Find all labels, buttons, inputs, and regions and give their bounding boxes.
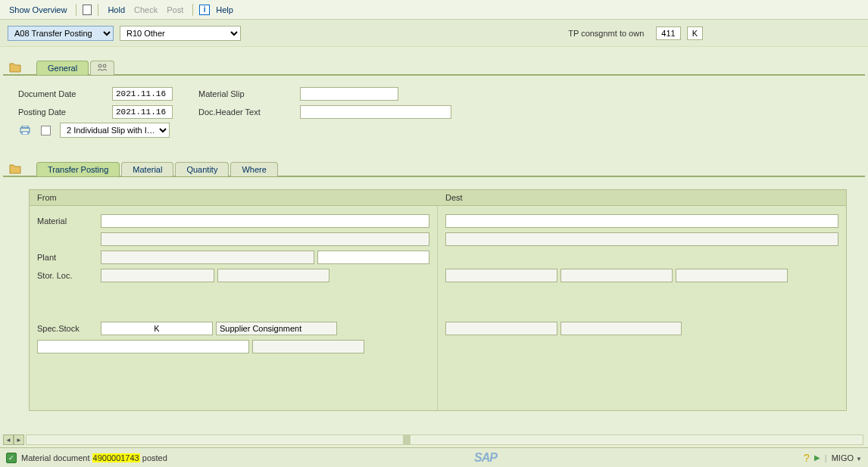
- svg-point-0: [98, 64, 101, 67]
- from-dest-panel: From Material Plant: [29, 189, 847, 411]
- posting-date-label: Posting Date: [18, 107, 109, 117]
- dest-storloc-desc: [445, 269, 557, 282]
- tab-vendor-icon[interactable]: [90, 61, 114, 75]
- from-header: From: [30, 190, 438, 206]
- from-storloc-desc: [101, 269, 214, 282]
- sap-logo: SAP: [474, 451, 497, 465]
- posting-date-input[interactable]: [112, 105, 173, 119]
- print-icon[interactable]: [18, 125, 32, 135]
- dest-spec-stock-code: [445, 322, 557, 335]
- check-button: Check: [131, 4, 161, 16]
- print-option-select[interactable]: 2 Individual Slip with I…: [60, 123, 170, 138]
- application-toolbar: Show Overview Hold Check Post i Help: [0, 0, 868, 20]
- detail-tab-row: Transfer Posting Material Quantity Where: [0, 159, 868, 176]
- scroll-right-arrow[interactable]: ►: [14, 434, 24, 445]
- from-material-desc: [101, 232, 429, 246]
- dest-material-desc: [445, 232, 838, 246]
- reference-select[interactable]: R10 Other: [120, 26, 241, 41]
- dest-spec-stock-text: [560, 322, 682, 335]
- tab-transfer-posting[interactable]: Transfer Posting: [36, 162, 120, 176]
- spec-stock-text: [216, 322, 337, 335]
- separator: [192, 4, 193, 16]
- svg-rect-3: [22, 126, 28, 128]
- transaction-code[interactable]: MIGO ▼: [832, 453, 862, 462]
- new-document-icon[interactable]: [83, 5, 92, 15]
- doc-header-text-input[interactable]: [300, 105, 451, 119]
- print-checkbox[interactable]: [41, 126, 51, 135]
- help-question-icon[interactable]: ?: [804, 452, 810, 464]
- scroll-handle[interactable]: [403, 435, 411, 444]
- help-button[interactable]: Help: [213, 4, 236, 16]
- show-overview-button[interactable]: Show Overview: [6, 4, 70, 16]
- separator: |: [825, 453, 827, 462]
- svg-rect-4: [22, 132, 28, 135]
- tab-where[interactable]: Where: [230, 162, 277, 176]
- hold-button[interactable]: Hold: [105, 4, 128, 16]
- from-material-input[interactable]: [101, 214, 429, 228]
- svg-point-1: [103, 64, 106, 67]
- movement-type-code[interactable]: 411: [656, 26, 680, 40]
- tab-material[interactable]: Material: [121, 162, 173, 176]
- doc-header-text-label: Doc.Header Text: [198, 107, 297, 117]
- scroll-track[interactable]: [26, 434, 863, 445]
- from-column: From Material Plant: [30, 190, 438, 410]
- document-date-input[interactable]: [112, 87, 173, 101]
- play-icon[interactable]: ▶: [814, 453, 820, 462]
- horizontal-scrollbar[interactable]: ◄ ►: [3, 434, 865, 446]
- dest-column: Dest: [438, 190, 846, 410]
- tab-general[interactable]: General: [36, 61, 89, 75]
- status-bar: ✓ Material document 4900001743 posted SA…: [0, 447, 868, 467]
- separator: [98, 4, 98, 16]
- from-material-label: Material: [37, 216, 98, 226]
- dest-header: Dest: [438, 190, 846, 206]
- dest-material-input[interactable]: [445, 214, 838, 228]
- material-slip-label: Material Slip: [198, 89, 297, 98]
- detail-section: Transfer Posting Material Quantity Where…: [0, 159, 868, 417]
- dest-storloc-input[interactable]: [560, 269, 673, 282]
- header-tab-content: Document Date Material Slip Posting Date…: [3, 74, 865, 148]
- post-button: Post: [164, 4, 186, 16]
- from-vendor-input[interactable]: [37, 340, 249, 353]
- separator: [76, 4, 76, 16]
- header-tab-row: General: [0, 58, 868, 74]
- movement-type-label: TP consgnmt to own: [568, 29, 644, 38]
- collapse-detail-icon[interactable]: [8, 162, 23, 176]
- selector-row: A08 Transfer Posting R10 Other TP consgn…: [0, 20, 868, 47]
- success-icon: ✓: [6, 453, 17, 463]
- tab-quantity[interactable]: Quantity: [175, 162, 229, 176]
- special-stock-indicator[interactable]: K: [687, 26, 703, 40]
- scroll-left-arrow[interactable]: ◄: [3, 434, 14, 445]
- document-number-highlight: 4900001743: [92, 453, 140, 462]
- from-storloc-label: Stor. Loc.: [37, 271, 98, 280]
- document-date-label: Document Date: [18, 89, 109, 98]
- status-message: Material document 4900001743 posted: [21, 453, 167, 462]
- detail-tab-content: From Material Plant: [3, 176, 865, 417]
- collapse-header-icon[interactable]: [8, 61, 23, 74]
- header-section: General Document Date Material Slip Post…: [0, 58, 868, 148]
- action-select[interactable]: A08 Transfer Posting: [8, 26, 114, 41]
- from-storloc-input[interactable]: [217, 269, 329, 282]
- material-slip-input[interactable]: [300, 87, 398, 101]
- from-vendor-extra: [252, 340, 364, 353]
- dest-storloc-extra: [676, 269, 788, 282]
- from-plant-desc: [101, 251, 314, 264]
- spec-stock-code-input[interactable]: [101, 322, 213, 335]
- from-plant-input[interactable]: [317, 251, 429, 264]
- spec-stock-label: Spec.Stock: [37, 324, 98, 333]
- info-icon[interactable]: i: [199, 5, 210, 15]
- from-plant-label: Plant: [37, 253, 98, 262]
